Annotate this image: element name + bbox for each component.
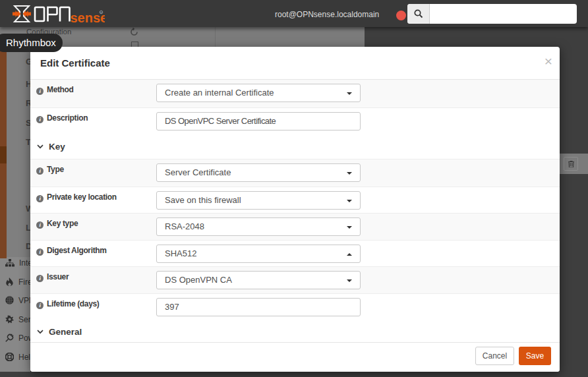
svg-text:R: R [100, 11, 102, 14]
